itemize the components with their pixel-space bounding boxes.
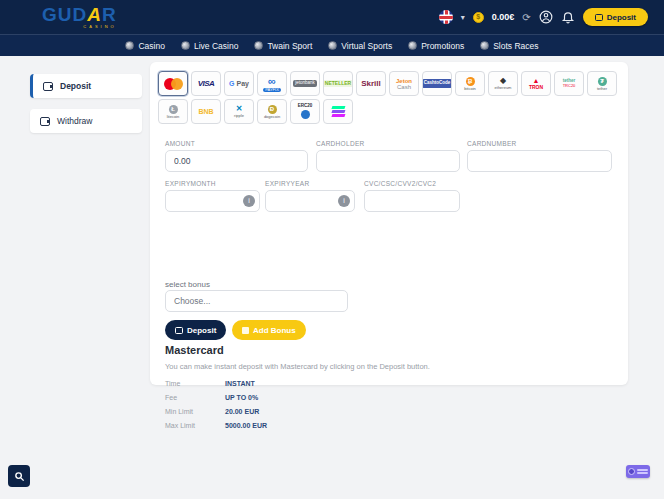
nav-item-slots-races[interactable]: Slots Races: [480, 41, 538, 51]
logo[interactable]: GUDAR CASINO: [42, 5, 117, 29]
page: GUDAR CASINO ▾ $ 0.00€ ⟳ Deposit Casino …: [0, 0, 664, 499]
logo-text: GUDAR: [42, 5, 117, 24]
info-label-min-limit: Min Limit: [165, 408, 193, 415]
tron-icon: ▲: [533, 77, 540, 84]
amount-label: AMOUNT: [165, 140, 195, 147]
deposit-panel: VISA G Pay ∞PAYFIX jetonbank NETELLER Sk…: [150, 62, 628, 385]
payment-method-tether[interactable]: ₮tether: [587, 71, 617, 96]
wallet-icon: [175, 327, 183, 334]
cashier-sidebar: Deposit Withdraw: [30, 74, 142, 133]
cvc-label: CVC/CSC/CVV2/CVC2: [364, 180, 436, 187]
info-label-fee: Fee: [165, 394, 177, 401]
twain-sport-icon: [254, 41, 263, 50]
payment-method-bitcoin[interactable]: ₿bitcoin: [455, 71, 485, 96]
cardnumber-label: CARDNUMBER: [467, 140, 517, 147]
cvc-input[interactable]: [364, 190, 460, 212]
solana-icon: [332, 106, 345, 117]
deposit-submit-button[interactable]: Deposit: [165, 320, 226, 340]
nav-item-virtual-sports[interactable]: Virtual Sports: [328, 41, 392, 51]
mastercard-icon: [164, 78, 183, 90]
expiryyear-label: EXPIRYYEAR: [265, 180, 309, 187]
payment-method-google-pay[interactable]: G Pay: [224, 71, 254, 96]
casino-icon: [125, 41, 134, 50]
tether-icon: ₮: [598, 77, 607, 86]
ripple-icon: ✕: [236, 105, 243, 113]
payment-method-jeton-cash[interactable]: JetonCash: [389, 71, 419, 96]
payment-method-jetonbank[interactable]: jetonbank: [290, 71, 320, 96]
payment-method-solana[interactable]: [323, 99, 353, 124]
live-casino-icon: [181, 41, 190, 50]
payment-method-litecoin[interactable]: Łlitecoin: [158, 99, 188, 124]
profile-icon[interactable]: [539, 10, 553, 24]
payment-method-erc20[interactable]: ERC20: [290, 99, 320, 124]
chat-lines-icon: [637, 469, 648, 474]
method-title: Mastercard: [165, 344, 224, 356]
payment-method-visa[interactable]: VISA: [191, 71, 221, 96]
virtual-sports-icon: [328, 41, 337, 50]
select-bonus-label: select bonus: [165, 280, 210, 289]
expiryyear-field: i: [265, 190, 355, 212]
payment-method-mastercard[interactable]: [158, 71, 188, 96]
header-deposit-button[interactable]: Deposit: [583, 8, 648, 26]
refresh-balance-icon[interactable]: ⟳: [522, 12, 530, 23]
wallet-icon: [43, 82, 53, 91]
main-nav: Casino Live Casino Twain Sport Virtual S…: [0, 34, 664, 56]
slots-races-icon: [480, 41, 489, 50]
litecoin-icon: Ł: [169, 105, 178, 114]
bonus-select[interactable]: Choose...: [165, 290, 348, 312]
info-value-min-limit: 20.00 EUR: [225, 408, 259, 415]
info-label-max-limit: Max Limit: [165, 422, 195, 429]
notifications-bell-icon[interactable]: [561, 10, 575, 24]
info-label-time: Time: [165, 380, 180, 387]
payment-method-dogecoin[interactable]: Ðdogecoin: [257, 99, 287, 124]
nav-item-live-casino[interactable]: Live Casino: [181, 41, 238, 51]
info-value-max-limit: 5000.00 EUR: [225, 422, 267, 429]
payment-method-tether-trc20[interactable]: tetherTRC20: [554, 71, 584, 96]
info-icon: i: [338, 195, 350, 207]
bitcoin-icon: ₿: [466, 77, 475, 86]
wallet-icon: [40, 117, 50, 126]
payfix-icon: ∞: [268, 76, 276, 87]
chat-widget[interactable]: [626, 465, 650, 478]
chevron-down-icon[interactable]: ▾: [461, 13, 465, 22]
add-bonus-button[interactable]: Add Bonus: [232, 320, 306, 340]
gift-icon: [242, 327, 249, 334]
payment-methods-grid: VISA G Pay ∞PAYFIX jetonbank NETELLER Sk…: [158, 71, 620, 124]
search-button[interactable]: [8, 465, 30, 487]
balance-amount: 0.00€: [492, 12, 515, 22]
amount-input[interactable]: [165, 150, 308, 172]
logo-bolt-accent: A: [87, 4, 102, 25]
nav-item-twain-sport[interactable]: Twain Sport: [254, 41, 312, 51]
payment-method-skrill[interactable]: Skrill: [356, 71, 386, 96]
cardholder-label: CARDHOLDER: [316, 140, 365, 147]
method-description: You can make instant deposit with Master…: [165, 362, 430, 371]
top-bar: GUDAR CASINO ▾ $ 0.00€ ⟳ Deposit: [0, 0, 664, 34]
info-icon: i: [243, 195, 255, 207]
language-flag-icon[interactable]: [439, 10, 453, 24]
nav-item-promotions[interactable]: Promotions: [408, 41, 464, 51]
sidebar-item-withdraw[interactable]: Withdraw: [30, 109, 142, 133]
coin-icon: $: [473, 12, 484, 23]
cardholder-input[interactable]: [316, 150, 460, 172]
search-icon: [14, 471, 25, 482]
dogecoin-icon: Ð: [268, 105, 277, 114]
ethereum-icon: ◆: [500, 77, 506, 85]
payment-method-tron[interactable]: ▲TRON: [521, 71, 551, 96]
payment-method-neteller[interactable]: NETELLER: [323, 71, 353, 96]
wallet-icon: [595, 14, 603, 21]
payment-method-ethereum[interactable]: ◆ethereum: [488, 71, 518, 96]
nav-item-casino[interactable]: Casino: [125, 41, 164, 51]
expirymonth-field: i: [165, 190, 260, 212]
payment-method-ripple[interactable]: ✕ripple: [224, 99, 254, 124]
chat-avatar-icon: [628, 468, 635, 475]
header-controls: ▾ $ 0.00€ ⟳ Deposit: [439, 8, 648, 26]
cardnumber-input[interactable]: [467, 150, 612, 172]
payment-method-cashtocode[interactable]: CashtoCode: [422, 71, 452, 96]
expirymonth-label: EXPIRYMONTH: [165, 180, 216, 187]
sidebar-item-deposit[interactable]: Deposit: [30, 74, 142, 98]
promotions-icon: [408, 41, 417, 50]
payment-method-bnb[interactable]: BNB: [191, 99, 221, 124]
info-value-fee: UP TO 0%: [225, 394, 258, 401]
payment-method-payfix[interactable]: ∞PAYFIX: [257, 71, 287, 96]
coin-icon: [301, 110, 310, 119]
